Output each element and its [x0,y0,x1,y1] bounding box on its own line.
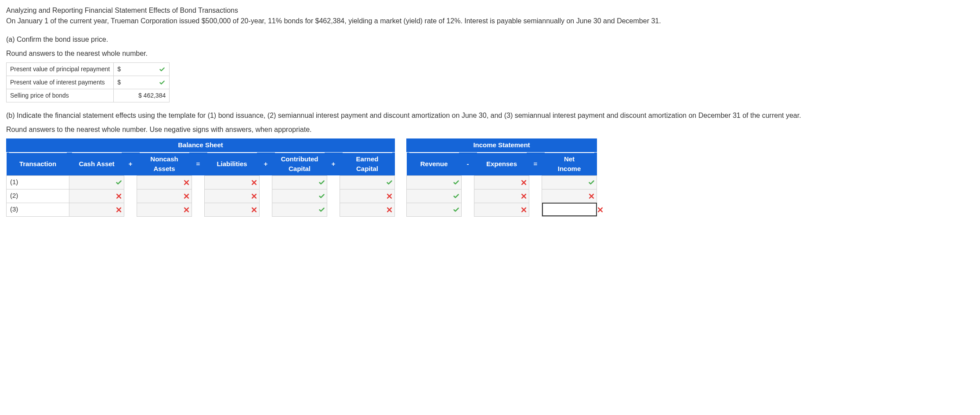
grade-cell[interactable] [272,175,327,189]
table-row [407,203,597,216]
transaction-label: (1) [7,175,69,189]
grade-cell[interactable] [542,189,597,203]
income-statement-table: Revenue - Expenses = NetIncome [406,152,597,217]
cross-icon [251,207,257,213]
pv-row: Present value of interest payments$ [7,76,170,89]
op-spacer [260,175,272,189]
grade-cell[interactable] [272,189,327,203]
op-spacer [192,203,205,216]
grade-cell[interactable] [272,203,327,216]
table-row [407,189,597,203]
table-row: (2) [7,189,395,203]
col-expenses: Expenses [474,152,529,175]
grade-cell[interactable] [69,203,124,216]
grade-cell[interactable] [474,203,529,216]
col-transaction: Transaction [7,152,69,175]
table-row: (1) [7,175,395,189]
check-icon [453,207,459,213]
op-spacer [124,189,137,203]
grade-cell[interactable] [542,203,597,216]
grade-cell[interactable] [407,175,462,189]
grade-cell[interactable] [137,189,192,203]
cross-icon [386,193,393,200]
pv-row-label: Present value of interest payments [7,76,114,89]
op-spacer [124,203,137,216]
part-b-prompt: (b) Indicate the financial statement eff… [6,110,974,121]
op-spacer [529,189,542,203]
cross-icon [521,179,527,186]
col-revenue: Revenue [407,152,462,175]
col-contributed-capital: ContributedCapital [272,152,327,175]
pv-row-value[interactable]: $ [114,76,170,89]
check-icon [318,207,325,213]
op-spacer [327,175,340,189]
col-liabilities: Liabilities [205,152,260,175]
cross-icon [597,207,604,213]
balance-sheet-header: Balance Sheet [6,138,395,152]
grade-cell[interactable] [340,175,395,189]
table-row [407,175,597,189]
grade-cell[interactable] [340,189,395,203]
op-plus: + [260,152,272,175]
pv-row-label: Present value of principal repayment [7,63,114,76]
balance-sheet-panel: Balance Sheet Transaction Cash Asset + N… [6,138,395,217]
check-icon [159,66,165,73]
op-plus: + [124,152,137,175]
check-icon [159,80,165,86]
part-b-round-note: Round answers to the nearest whole numbe… [6,124,974,135]
col-cash-asset: Cash Asset [69,152,124,175]
income-statement-panel: Income Statement Revenue - Expenses = Ne… [406,138,597,217]
op-spacer [192,175,205,189]
income-statement-header: Income Statement [406,138,597,152]
op-minus: - [462,152,474,175]
grade-cell[interactable] [340,203,395,216]
grade-cell[interactable] [69,175,124,189]
balance-sheet-table: Transaction Cash Asset + NoncashAssets =… [6,152,395,217]
op-spacer [327,189,340,203]
col-noncash-assets: NoncashAssets [137,152,192,175]
check-icon [588,179,595,186]
check-icon [386,179,393,186]
cross-icon [521,207,527,213]
op-spacer [462,189,474,203]
op-spacer [260,189,272,203]
grade-cell[interactable] [474,175,529,189]
grade-cell[interactable] [69,189,124,203]
pv-row-value[interactable]: $ 462,384 [114,89,170,102]
cross-icon [251,179,257,186]
grade-cell[interactable] [474,189,529,203]
pv-table: Present value of principal repayment$Pre… [6,62,170,102]
pv-row-value[interactable]: $ [114,63,170,76]
op-spacer [327,203,340,216]
op-eq: = [529,152,542,175]
check-icon [453,179,459,186]
op-plus: + [327,152,340,175]
grade-cell[interactable] [137,175,192,189]
pv-row: Present value of principal repayment$ [7,63,170,76]
pv-row: Selling price of bonds$ 462,384 [7,89,170,102]
pv-row-label: Selling price of bonds [7,89,114,102]
part-a-round-note: Round answers to the nearest whole numbe… [6,48,974,59]
check-icon [453,193,459,200]
grade-cell[interactable] [137,203,192,216]
grade-cell[interactable] [542,175,597,189]
cross-icon [116,193,122,200]
grade-cell[interactable] [205,175,260,189]
cross-icon [521,193,527,200]
grade-cell[interactable] [205,203,260,216]
cross-icon [251,193,257,200]
problem-title: Analyzing and Reporting Financial Statem… [6,5,974,16]
cross-icon [183,193,190,200]
op-spacer [462,203,474,216]
op-spacer [260,203,272,216]
check-icon [318,179,325,186]
op-spacer [529,203,542,216]
cross-icon [183,207,190,213]
grade-cell[interactable] [407,189,462,203]
check-icon [116,179,122,186]
cross-icon [386,207,393,213]
table-row: (3) [7,203,395,216]
grade-cell[interactable] [407,203,462,216]
op-spacer [529,175,542,189]
grade-cell[interactable] [205,189,260,203]
